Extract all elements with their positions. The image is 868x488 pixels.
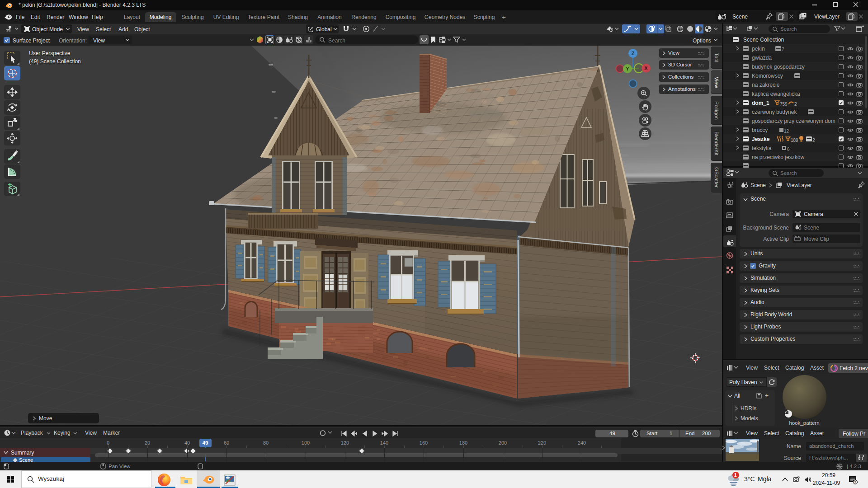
svg-text:X: X [644,66,648,71]
svg-text:Z: Z [632,51,635,56]
svg-text:Y: Y [626,66,629,71]
svg-text:2: 2 [854,480,857,484]
